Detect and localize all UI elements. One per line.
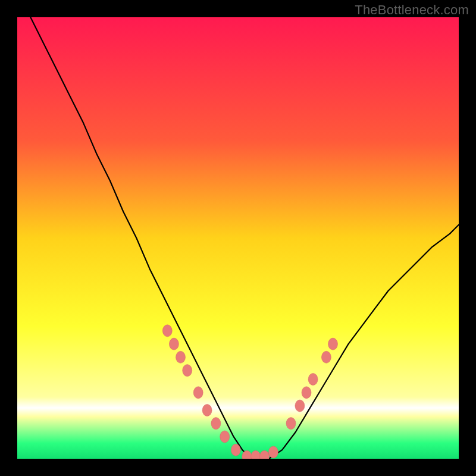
bottleneck-chart: [17, 17, 459, 459]
data-marker: [295, 400, 305, 412]
data-marker: [169, 338, 178, 350]
data-marker: [268, 446, 278, 458]
data-marker: [211, 418, 221, 430]
watermark-text: TheBottleneck.com: [355, 2, 469, 18]
outer-frame: TheBottleneck.com: [0, 0, 476, 476]
svg-rect-0: [17, 17, 459, 459]
data-marker: [308, 373, 318, 385]
data-marker: [162, 325, 172, 337]
data-marker: [328, 338, 338, 350]
data-marker: [302, 387, 311, 399]
data-marker: [286, 418, 296, 430]
data-marker: [183, 365, 192, 377]
data-marker: [231, 444, 240, 456]
data-marker: [202, 404, 212, 416]
data-marker: [193, 387, 203, 399]
data-marker: [176, 351, 186, 363]
data-marker: [321, 351, 331, 363]
data-marker: [220, 431, 230, 443]
